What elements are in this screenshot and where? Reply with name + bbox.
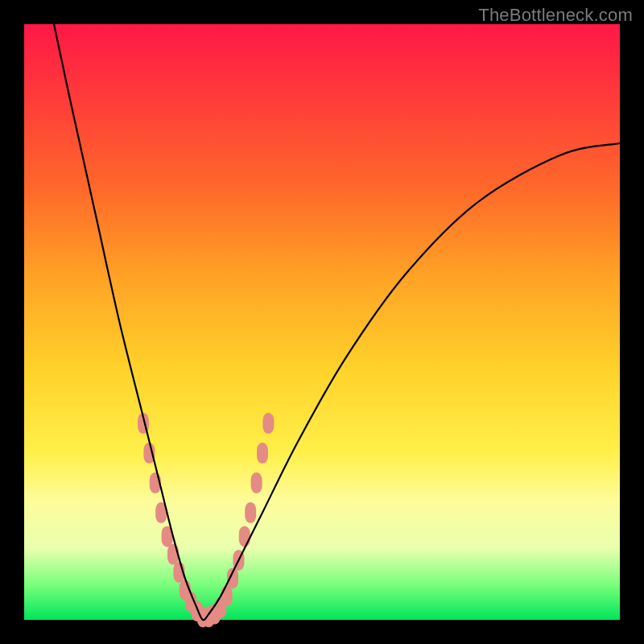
curve-marker: [245, 502, 256, 523]
curve-marker: [221, 585, 233, 606]
curve-marker: [251, 473, 262, 493]
chart-frame: TheBottleneck.com: [0, 0, 644, 644]
curve-marker: [262, 413, 274, 434]
watermark-text: TheBottleneck.com: [478, 5, 633, 26]
marker-layer: [138, 413, 274, 628]
chart-overlay: [24, 24, 620, 620]
bottleneck-curve: [54, 24, 620, 620]
curve-marker: [239, 526, 250, 547]
curve-marker: [257, 443, 268, 464]
